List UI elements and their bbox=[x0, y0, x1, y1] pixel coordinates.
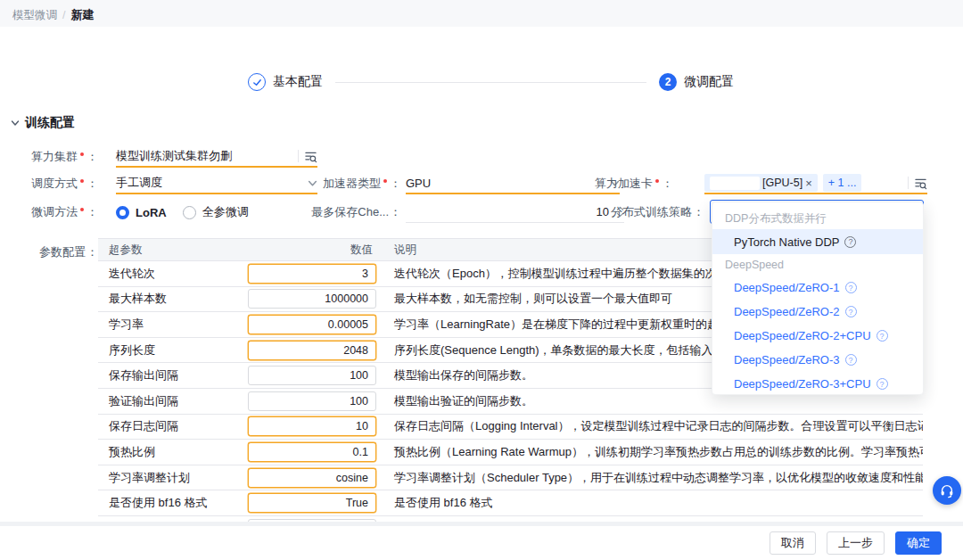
table-row: 学习率调整计划学习率调整计划（Scheduler Type），用于在训练过程中动… bbox=[98, 465, 923, 491]
chevron-down-icon bbox=[11, 119, 20, 128]
hyperparam-description: 学习率调整计划（Scheduler Type），用于在训练过程中动态调整学习率，… bbox=[383, 465, 923, 490]
hyperparam-value-input[interactable] bbox=[248, 493, 376, 513]
step1-label: 基本配置 bbox=[273, 74, 323, 90]
hyperparam-value-input[interactable] bbox=[248, 468, 376, 488]
hyperparam-name: 学习率 bbox=[98, 312, 241, 337]
support-float-button[interactable] bbox=[933, 476, 961, 505]
cluster-label: 算力集群： bbox=[12, 146, 98, 168]
breadcrumb-separator: / bbox=[62, 9, 65, 21]
close-icon[interactable]: × bbox=[805, 177, 812, 189]
hyperparam-value-input[interactable] bbox=[248, 264, 376, 284]
browse-icon[interactable] bbox=[914, 177, 927, 190]
cluster-value: 模型训练测试集群勿删 bbox=[116, 148, 292, 164]
hyperparam-name: 序列长度 bbox=[98, 338, 241, 363]
step-basic-config[interactable]: 基本配置 bbox=[248, 73, 323, 91]
confirm-button[interactable]: 确定 bbox=[895, 531, 942, 555]
dropdown-option-label: DeepSpeed/ZeRO-2 bbox=[734, 305, 840, 318]
schedule-value: 手工调度 bbox=[116, 175, 308, 191]
hyperparam-value-input[interactable] bbox=[248, 442, 376, 462]
required-dot bbox=[655, 179, 659, 183]
cluster-field[interactable]: 模型训练测试集群勿删 bbox=[116, 146, 317, 168]
help-circle-icon[interactable] bbox=[877, 330, 888, 342]
tuning-method-options: LoRA全参微调 bbox=[116, 202, 249, 223]
headset-icon bbox=[939, 482, 955, 498]
help-circle-icon[interactable] bbox=[844, 236, 856, 248]
hyperparam-name: 学习率调整计划 bbox=[98, 465, 241, 490]
required-dot bbox=[80, 179, 84, 183]
dropdown-option[interactable]: DeepSpeed/ZeRO-1 bbox=[712, 276, 923, 300]
help-circle-icon[interactable] bbox=[845, 306, 857, 317]
hyperparam-name: LoRA Rank bbox=[98, 516, 241, 522]
gpu-tag-label: [GPU-5] bbox=[762, 177, 802, 189]
dropdown-option-label: PyTorch Native DDP bbox=[734, 235, 839, 249]
check-circle-icon bbox=[248, 73, 266, 91]
fine-tune-create-page: 模型微调 / 新建 基本配置 2 微调配置 训练配置 bbox=[0, 0, 963, 560]
radio-unselected-icon[interactable] bbox=[183, 206, 196, 219]
step-finetune-config[interactable]: 2 微调配置 bbox=[659, 73, 734, 91]
table-row: LoRA RankLoRA 策略中的秩（LoRA Rank），决定了微调过程中引… bbox=[98, 516, 923, 522]
stepper: 基本配置 2 微调配置 bbox=[248, 71, 734, 93]
required-dot bbox=[80, 152, 84, 156]
dropdown-group-label: DDP分布式数据并行 bbox=[712, 208, 923, 229]
radio-option[interactable]: 全参微调 bbox=[183, 204, 249, 220]
footer-bar: 取消 上一步 确定 bbox=[0, 526, 963, 560]
params-config-label: 参数配置： bbox=[12, 242, 98, 263]
gpu-tag: [GPU-5] × bbox=[704, 174, 818, 192]
hyperparam-name: 迭代轮次 bbox=[98, 261, 241, 286]
stepper-connector bbox=[335, 82, 646, 83]
step2-number-badge: 2 bbox=[659, 73, 677, 91]
breadcrumb: 模型微调 / 新建 bbox=[12, 7, 94, 23]
help-circle-icon[interactable] bbox=[845, 354, 857, 366]
training-config-section-toggle[interactable]: 训练配置 bbox=[11, 115, 75, 131]
hyperparam-value-input[interactable] bbox=[248, 289, 376, 309]
breadcrumb-model-finetune[interactable]: 模型微调 bbox=[12, 8, 57, 23]
hyperparam-value-input[interactable] bbox=[248, 391, 376, 411]
hyperparam-value-input[interactable] bbox=[248, 315, 376, 334]
dropdown-option[interactable]: PyTorch Native DDP bbox=[712, 229, 923, 254]
previous-step-button[interactable]: 上一步 bbox=[827, 531, 885, 555]
strategy-dropdown-panel: DDP分布式数据并行PyTorch Native DDPDeepSpeedDee… bbox=[712, 202, 924, 395]
hyperparam-value-input[interactable] bbox=[248, 366, 376, 385]
help-circle-icon[interactable] bbox=[877, 378, 888, 390]
radio-option-label: LoRA bbox=[136, 206, 167, 219]
radio-selected-icon[interactable] bbox=[116, 206, 129, 219]
accelerator-card-field[interactable]: [GPU-5] × + 1 ... bbox=[704, 173, 927, 194]
hyperparam-description: LoRA 策略中的秩（LoRA Rank），决定了微调过程中引入的低秩矩阵的复杂… bbox=[383, 516, 923, 522]
dropdown-option-label: DeepSpeed/ZeRO-1 bbox=[734, 281, 840, 294]
hyperparam-description: 预热比例（Learning Rate Warmup），训练初期学习率预热步数占用… bbox=[383, 440, 923, 465]
dropdown-option-label: DeepSpeed/ZeRO-3+CPU bbox=[734, 377, 871, 391]
help-circle-icon[interactable] bbox=[845, 282, 857, 293]
dropdown-group-label: DeepSpeed bbox=[712, 254, 923, 276]
browse-icon[interactable] bbox=[304, 150, 317, 163]
dropdown-option-label: DeepSpeed/ZeRO-2+CPU bbox=[734, 329, 871, 342]
table-row: 预热比例预热比例（Learning Rate Warmup），训练初期学习率预热… bbox=[98, 440, 923, 465]
dropdown-option-label: DeepSpeed/ZeRO-3 bbox=[734, 353, 840, 366]
page-title: 新建 bbox=[70, 7, 94, 23]
hyperparam-value-input[interactable] bbox=[248, 519, 376, 522]
more-tags-badge[interactable]: + 1 ... bbox=[823, 174, 862, 192]
required-dot bbox=[80, 208, 84, 211]
hyperparam-name: 预热比例 bbox=[98, 440, 241, 465]
dropdown-option[interactable]: DeepSpeed/ZeRO-3 bbox=[712, 348, 923, 372]
hyperparam-name: 是否使用 bf16 格式 bbox=[98, 490, 241, 515]
dropdown-option[interactable]: DeepSpeed/ZeRO-3+CPU bbox=[712, 372, 923, 395]
cancel-button[interactable]: 取消 bbox=[770, 531, 816, 555]
field-divider bbox=[908, 177, 909, 189]
top-bar: 模型微调 / 新建 bbox=[0, 0, 963, 27]
dropdown-option[interactable]: DeepSpeed/ZeRO-2+CPU bbox=[712, 324, 923, 348]
hyperparam-name: 最大样本数 bbox=[98, 287, 241, 312]
col-header-value: 数值 bbox=[241, 239, 383, 260]
hyperparam-description: 保存日志间隔（Logging Interval），设定模型训练过程中记录日志的间… bbox=[383, 415, 923, 440]
hyperparam-name: 验证输出间隔 bbox=[98, 389, 241, 414]
schedule-select[interactable]: 手工调度 bbox=[116, 173, 317, 194]
hyperparam-value-input[interactable] bbox=[248, 416, 376, 436]
schedule-label: 调度方式： bbox=[12, 173, 98, 194]
required-dot bbox=[383, 179, 387, 183]
accelerator-type-label: 加速器类型： bbox=[317, 173, 401, 194]
hyperparam-description: 是否使用 bf16 格式 bbox=[383, 490, 923, 515]
step2-label: 微调配置 bbox=[684, 74, 734, 90]
hyperparam-value-input[interactable] bbox=[248, 341, 376, 360]
section-title: 训练配置 bbox=[25, 115, 75, 131]
radio-option[interactable]: LoRA bbox=[116, 206, 167, 219]
dropdown-option[interactable]: DeepSpeed/ZeRO-2 bbox=[712, 300, 923, 324]
